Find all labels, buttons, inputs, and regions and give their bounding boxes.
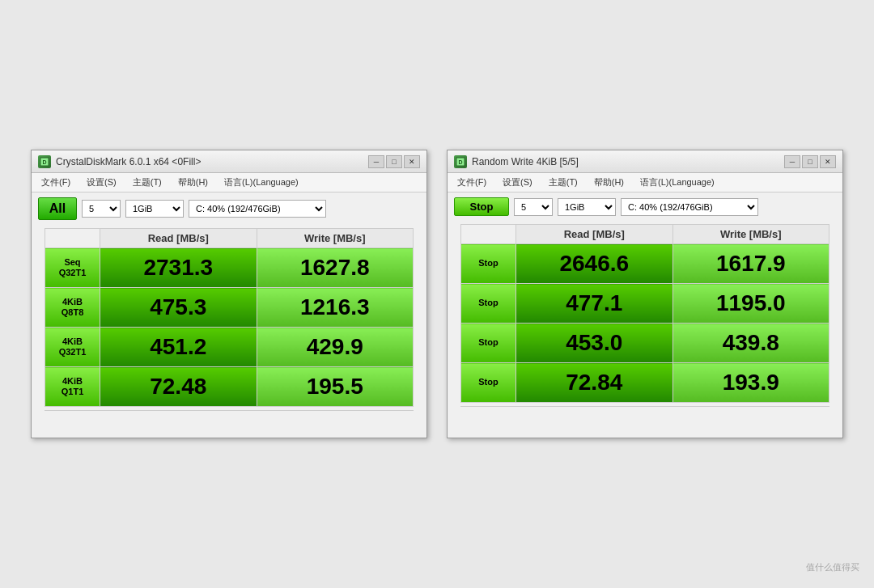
header-read-2: Read [MB/s] (516, 225, 673, 244)
menu-lang-2[interactable]: 语言(L)(Language) (637, 175, 718, 190)
row2-read-seq: 2646.6 (516, 244, 673, 284)
row-write-seq: 1627.8 (257, 248, 414, 288)
stop-btn-row-4[interactable]: Stop (461, 363, 516, 403)
menu-bar-1: 文件(F) 设置(S) 主题(T) 帮助(H) 语言(L)(Language) (32, 173, 426, 192)
header-label-1 (45, 229, 100, 248)
header-write-1: Write [MB/s] (257, 229, 414, 248)
close-btn-2[interactable]: ✕ (820, 155, 836, 168)
bench-header-2: Read [MB/s] Write [MB/s] (461, 225, 829, 244)
bench-row-2-4kq32t1: Stop 453.0 439.8 (461, 324, 829, 363)
toolbar-1: All 5 1GiB C: 40% (192/476GiB) (32, 192, 426, 225)
stop-btn-row-1[interactable]: Stop (461, 244, 516, 284)
minimize-btn-2[interactable]: ─ (784, 155, 800, 168)
row-read-4kq8t8: 475.3 (100, 288, 257, 328)
row-label-seq: SeqQ32T1 (45, 248, 100, 288)
app-icon-2: D (454, 155, 467, 168)
menu-bar-2: 文件(F) 设置(S) 主题(T) 帮助(H) 语言(L)(Language) (448, 173, 842, 192)
header-write-2: Write [MB/s] (672, 225, 829, 244)
row-read-seq: 2731.3 (100, 248, 257, 288)
bench-row-2-4kq1t1: Stop 72.84 193.9 (461, 363, 829, 403)
row-label-4kq1t1: 4KiBQ1T1 (45, 367, 100, 407)
row-read-4kq32t1: 451.2 (100, 328, 257, 367)
bench-table-wrapper-2: Read [MB/s] Write [MB/s] Stop 2646.6 161… (448, 224, 842, 434)
menu-settings-2[interactable]: 设置(S) (499, 175, 536, 190)
drive-select-2[interactable]: C: 40% (192/476GiB) (621, 198, 758, 216)
menu-theme-2[interactable]: 主题(T) (545, 175, 581, 190)
status-bar-2 (460, 406, 829, 424)
svg-text:D: D (458, 159, 462, 165)
row-write-4kq8t8: 1216.3 (257, 288, 414, 328)
row-read-4kq1t1: 72.48 (100, 367, 257, 407)
header-label-2 (461, 225, 516, 244)
menu-file-1[interactable]: 文件(F) (38, 175, 74, 190)
bench-row-2-seq: Stop 2646.6 1617.9 (461, 244, 829, 284)
bench-table-2: Read [MB/s] Write [MB/s] Stop 2646.6 161… (460, 224, 829, 403)
random-write-window: D Random Write 4KiB [5/5] ─ □ ✕ 文件(F) 设置… (447, 150, 843, 438)
row-write-4kq32t1: 429.9 (257, 328, 414, 367)
row2-write-4kq32t1: 439.8 (672, 324, 829, 363)
menu-lang-1[interactable]: 语言(L)(Language) (221, 175, 302, 190)
maximize-btn-1[interactable]: □ (386, 155, 402, 168)
bench-row-4k-q1t1: 4KiBQ1T1 72.48 195.5 (45, 367, 414, 407)
drive-select-1[interactable]: C: 40% (192/476GiB) (189, 200, 326, 218)
row2-write-seq: 1617.9 (672, 244, 829, 284)
menu-help-1[interactable]: 帮助(H) (175, 175, 211, 190)
window-title-2: Random Write 4KiB [5/5] (472, 156, 579, 167)
row-label-4kq8t8: 4KiBQ8T8 (45, 288, 100, 328)
size-select-2[interactable]: 1GiB (558, 198, 616, 216)
row2-read-4kq1t1: 72.84 (516, 363, 673, 403)
row2-read-4kq8t8: 477.1 (516, 284, 673, 324)
app-icon-1: D (38, 155, 51, 168)
bench-table-wrapper-1: Read [MB/s] Write [MB/s] SeqQ32T1 2731.3… (32, 228, 426, 438)
window-title-1: CrystalDiskMark 6.0.1 x64 <0Fill> (56, 156, 201, 167)
menu-help-2[interactable]: 帮助(H) (591, 175, 627, 190)
row-write-4kq1t1: 195.5 (257, 367, 414, 407)
bench-header-1: Read [MB/s] Write [MB/s] (45, 229, 414, 248)
row2-write-4kq1t1: 193.9 (672, 363, 829, 403)
title-bar-2: D Random Write 4KiB [5/5] ─ □ ✕ (448, 150, 842, 173)
crystaldiskmark-window: D CrystalDiskMark 6.0.1 x64 <0Fill> ─ □ … (31, 150, 427, 438)
status-bar-1 (45, 410, 414, 428)
row-label-4kq32t1: 4KiBQ32T1 (45, 328, 100, 367)
size-select-1[interactable]: 1GiB (125, 200, 184, 218)
bench-table-1: Read [MB/s] Write [MB/s] SeqQ32T1 2731.3… (45, 228, 414, 407)
toolbar-2: Stop 5 1GiB C: 40% (192/476GiB) (448, 192, 842, 221)
bench-row-2-4kq8t8: Stop 477.1 1195.0 (461, 284, 829, 324)
close-btn-1[interactable]: ✕ (404, 155, 420, 168)
menu-theme-1[interactable]: 主题(T) (129, 175, 165, 190)
menu-file-2[interactable]: 文件(F) (454, 175, 490, 190)
all-button[interactable]: All (38, 197, 77, 220)
count-select-1[interactable]: 5 (82, 200, 121, 218)
count-select-2[interactable]: 5 (514, 198, 553, 216)
bench-row-4k-q32t1: 4KiBQ32T1 451.2 429.9 (45, 328, 414, 367)
maximize-btn-2[interactable]: □ (802, 155, 818, 168)
bench-row-4k-q8t8: 4KiBQ8T8 475.3 1216.3 (45, 288, 414, 328)
title-bar-1: D CrystalDiskMark 6.0.1 x64 <0Fill> ─ □ … (32, 150, 426, 173)
minimize-btn-1[interactable]: ─ (368, 155, 384, 168)
window-controls-1: ─ □ ✕ (368, 155, 420, 168)
row2-read-4kq32t1: 453.0 (516, 324, 673, 363)
bench-row-seq: SeqQ32T1 2731.3 1627.8 (45, 248, 414, 288)
svg-text:D: D (42, 159, 46, 165)
row2-write-4kq8t8: 1195.0 (672, 284, 829, 324)
stop-btn-row-2[interactable]: Stop (461, 284, 516, 324)
menu-settings-1[interactable]: 设置(S) (83, 175, 120, 190)
stop-btn-row-3[interactable]: Stop (461, 324, 516, 363)
header-read-1: Read [MB/s] (100, 229, 257, 248)
watermark: 值什么值得买 (806, 561, 859, 573)
stop-button-main[interactable]: Stop (454, 197, 509, 216)
window-controls-2: ─ □ ✕ (784, 155, 836, 168)
